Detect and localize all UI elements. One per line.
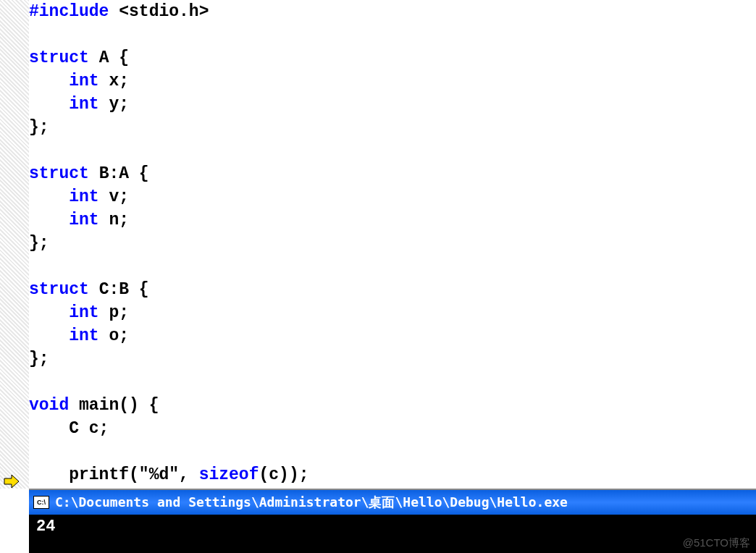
code-line[interactable]: struct C:B { xyxy=(29,278,756,301)
code-token xyxy=(29,211,69,229)
code-line[interactable]: int n; xyxy=(29,208,756,232)
code-line[interactable]: int o; xyxy=(29,324,756,347)
code-token: C c; xyxy=(29,419,109,438)
code-line[interactable]: C c; xyxy=(29,417,756,440)
code-line[interactable]: }; xyxy=(29,116,756,139)
console-window: C:\ C:\Documents and Settings\Administra… xyxy=(29,489,756,553)
editor-gutter xyxy=(0,0,29,489)
code-token: p; xyxy=(99,303,129,322)
code-token xyxy=(29,326,69,345)
code-line[interactable]: int x; xyxy=(29,69,756,93)
code-token: }; xyxy=(29,118,49,137)
code-token: sizeof xyxy=(199,465,259,484)
code-token: o; xyxy=(99,326,129,345)
code-token: B:A { xyxy=(89,164,149,183)
code-token: (c)); xyxy=(259,465,308,484)
code-token: x; xyxy=(99,72,129,90)
code-token: y; xyxy=(99,95,129,114)
code-line[interactable]: int v; xyxy=(29,185,756,208)
code-line[interactable]: struct B:A { xyxy=(29,162,756,185)
console-output-text: 24 xyxy=(36,518,55,536)
code-editor: #include <stdio.h> struct A { int x; int… xyxy=(0,0,756,489)
code-line[interactable]: }; xyxy=(29,232,756,255)
code-token: <stdio.h> xyxy=(109,2,209,21)
execution-arrow-icon xyxy=(3,474,20,489)
console-icon: C:\ xyxy=(33,496,49,509)
code-token xyxy=(29,95,69,114)
code-line[interactable]: struct A { xyxy=(29,46,756,69)
code-token: n; xyxy=(99,211,129,229)
code-token: v; xyxy=(99,187,129,206)
code-token: A { xyxy=(89,48,129,67)
code-token xyxy=(29,303,69,322)
code-token xyxy=(29,187,69,206)
code-line[interactable]: int p; xyxy=(29,301,756,324)
console-title: C:\Documents and Settings\Administrator\… xyxy=(55,494,568,511)
code-token: C:B { xyxy=(89,280,149,299)
code-line[interactable]: #include <stdio.h> xyxy=(29,0,756,23)
code-token: struct xyxy=(29,48,89,67)
code-line[interactable]: }; xyxy=(29,347,756,371)
code-token: int xyxy=(69,72,98,90)
code-token: }; xyxy=(29,350,49,368)
code-token: int xyxy=(69,95,98,114)
code-token: int xyxy=(69,303,98,322)
code-line[interactable] xyxy=(29,371,756,394)
console-output[interactable]: 24 @51CTO博客 xyxy=(29,515,756,553)
code-token: int xyxy=(69,326,98,345)
code-line[interactable]: printf("%d", sizeof(c)); xyxy=(29,463,756,486)
code-line[interactable]: void main() { xyxy=(29,394,756,417)
code-token: struct xyxy=(29,164,89,183)
code-token: int xyxy=(69,187,98,206)
code-token: #include xyxy=(29,2,109,21)
code-line[interactable] xyxy=(29,255,756,278)
code-token: void xyxy=(29,396,69,415)
code-line[interactable] xyxy=(29,139,756,162)
code-line[interactable] xyxy=(29,23,756,46)
watermark: @51CTO博客 xyxy=(683,536,750,550)
code-token: printf("%d", xyxy=(29,465,199,484)
code-token: }; xyxy=(29,234,49,253)
code-line[interactable]: int y; xyxy=(29,93,756,116)
code-line[interactable] xyxy=(29,440,756,463)
code-token: int xyxy=(69,211,98,229)
code-token: struct xyxy=(29,280,89,299)
code-token xyxy=(29,72,69,90)
console-titlebar[interactable]: C:\ C:\Documents and Settings\Administra… xyxy=(29,490,756,515)
code-content[interactable]: #include <stdio.h> struct A { int x; int… xyxy=(29,0,756,489)
code-token: main() { xyxy=(69,396,159,415)
